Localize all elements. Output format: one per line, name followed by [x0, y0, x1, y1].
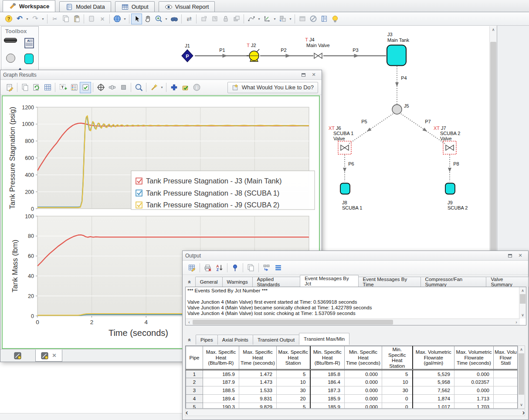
output-tab-event-messages-by-jct[interactable]: Event Messages By Jct [300, 275, 358, 287]
output-tab-general[interactable]: General [195, 277, 223, 287]
close-window-button[interactable]: ✕ [309, 71, 319, 79]
graph-gsend-button[interactable] [31, 82, 42, 93]
dropdown-caret-icon[interactable]: ▾ [164, 14, 169, 24]
graph-gslider-button[interactable] [106, 82, 118, 93]
graph-gedit-button[interactable] [4, 82, 15, 93]
close-graph-tab-icon[interactable]: ✕ [52, 352, 56, 359]
tank-tool-icon[interactable] [24, 54, 34, 64]
table-row[interactable]: 5190.39.8295185.90.00001,0171.703 [186, 403, 518, 409]
table-row[interactable]: 3188.51.53330187.30.000307,5620.000 [186, 386, 518, 395]
scroll-down-arrow-icon[interactable]: ∨ [518, 401, 525, 408]
graph-gmag-button[interactable] [133, 82, 144, 93]
pipe-tool-icon[interactable] [4, 38, 17, 43]
output-tab-applied-standards[interactable]: Applied Standards [252, 277, 300, 287]
layers-button[interactable] [277, 14, 288, 24]
output-osort-button[interactable]: AZ [214, 262, 225, 274]
overlap-button[interactable] [231, 14, 242, 24]
scroll-up-arrow-icon[interactable]: ∧ [518, 346, 525, 353]
cursor-button[interactable] [131, 14, 142, 24]
delete-button[interactable]: ✕ [97, 14, 108, 24]
column-header[interactable]: Max. Specific Heat Time (seconds) [239, 346, 277, 370]
copy-button[interactable] [60, 14, 71, 24]
graph-gwand-button[interactable] [148, 82, 159, 93]
graph-tab-2[interactable]: ✕ [35, 349, 62, 362]
dropdown-caret-icon[interactable]: ▾ [257, 14, 261, 24]
column-header[interactable]: Max. Volumetric Flowrate (gal/min) [413, 346, 454, 370]
output-opin-button[interactable] [229, 262, 241, 274]
graph-gsquare-button[interactable] [118, 82, 129, 93]
graph-results-titlebar[interactable]: Graph Results ✕ [0, 70, 322, 80]
find-button[interactable] [169, 14, 180, 24]
column-header[interactable]: Min. Specific Heat Station [382, 346, 413, 370]
graph-tab-1[interactable] [4, 349, 31, 362]
column-header[interactable]: Max. Volu Flowr Stati [494, 346, 518, 370]
output-tab-compressor-fan-summary[interactable]: Compressor/Fan Summary [420, 277, 487, 287]
messages-vertical-scrollbar[interactable]: ∧ ∨ [519, 287, 526, 318]
lock-button[interactable] [220, 14, 231, 24]
block-button[interactable] [308, 14, 319, 24]
collapse-panel-chevron-icon[interactable]: » [184, 335, 194, 345]
column-header[interactable]: Min. Specific Heat Time (seconds) [345, 346, 382, 370]
column-header[interactable]: Max. Specific Heat (Btu/lbm-R) [203, 346, 239, 370]
output-tab-event-messages-by-time[interactable]: Event Messages By Time [358, 277, 421, 287]
scrollbar-thumb[interactable] [490, 42, 496, 286]
tab-model-data[interactable]: Model Data [59, 1, 111, 12]
output-ogrid-button[interactable] [186, 262, 198, 274]
table-vertical-scrollbar[interactable]: ∧ ∨ [518, 345, 525, 409]
annotation-tool-icon[interactable]: A [24, 38, 34, 48]
collapse-panel-chevron-icon[interactable]: » [184, 277, 193, 287]
dropdown-caret-icon[interactable]: ▾ [272, 14, 277, 24]
column-header[interactable]: Max. Specific Heat Station [277, 346, 310, 370]
dropdown-caret-icon[interactable]: ▾ [122, 14, 127, 24]
tab-workspace[interactable]: Workspace [3, 0, 55, 12]
undo-button[interactable]: ↶ [14, 14, 25, 24]
graph-gcross-button[interactable] [95, 82, 106, 93]
legend-checkbox[interactable] [136, 190, 142, 196]
scroll-right-arrow-icon[interactable]: › [513, 319, 520, 325]
swap-button[interactable]: ⇄ [183, 14, 194, 24]
output-tab-transient-max-min[interactable]: Transient Max/Min [299, 333, 349, 345]
column-header[interactable]: Max. Volumetric Flowrate Time (seconds) [454, 346, 494, 370]
zoom-button[interactable] [153, 14, 164, 24]
scroll-up-arrow-icon[interactable]: ∧ [490, 26, 497, 33]
table-row[interactable]: 2187.91.47310186.40.000105,9580.02357 [186, 378, 518, 386]
column-header[interactable]: Pipe [186, 346, 203, 370]
duplicate-button[interactable] [86, 14, 97, 24]
output-tab-transient-output[interactable]: Transient Output [253, 335, 299, 345]
hand-button[interactable] [142, 14, 153, 24]
output-tab-warnings[interactable]: Warnings [222, 277, 253, 287]
redo-button[interactable]: ↷ [30, 14, 41, 24]
event-messages-panel[interactable]: *** Events Sorted By Jct Number *** Valv… [185, 287, 526, 325]
form-button[interactable] [297, 14, 308, 24]
column-header[interactable]: Min. Specific Heat (Btu/lbm-R) [310, 346, 345, 370]
output-titlebar[interactable]: Output ✕ [183, 251, 528, 261]
messages-horizontal-scrollbar[interactable]: ‹ › [186, 318, 520, 325]
output-oreorder-button[interactable] [261, 262, 272, 274]
scale-button[interactable] [261, 14, 272, 24]
output-tab-pipes[interactable]: Pipes [196, 335, 218, 345]
report-button[interactable] [319, 14, 329, 24]
graph-gcheck-button[interactable] [180, 82, 191, 93]
output-oprint-button[interactable] [202, 262, 214, 274]
dropdown-caret-icon[interactable]: ▾ [288, 14, 293, 24]
close-window-button[interactable]: ✕ [515, 252, 526, 260]
output-ocopy-button[interactable] [245, 262, 257, 274]
scroll-up-arrow-icon[interactable]: ∧ [519, 287, 526, 294]
dropdown-caret-icon[interactable]: ▾ [25, 14, 30, 24]
scroll-right-arrow-icon[interactable]: › [522, 409, 525, 417]
bulb-button[interactable] [329, 14, 340, 24]
what-would-you-like-to-do-button[interactable]: What Would You Like to Do? [227, 82, 318, 93]
globe-button[interactable] [112, 14, 122, 24]
polyline-button[interactable] [246, 14, 257, 24]
float-button[interactable] [198, 14, 209, 24]
legend-checkbox[interactable] [136, 202, 142, 208]
table-row[interactable]: 1185.91.4725185.80.00055,5290.000 [186, 370, 518, 378]
junction-tool-icon[interactable] [6, 54, 15, 63]
scroll-down-arrow-icon[interactable]: ∨ [519, 312, 526, 318]
graph-glist-button[interactable] [68, 82, 80, 93]
dock-button[interactable] [209, 14, 220, 24]
legend-checkbox[interactable] [136, 178, 142, 184]
cut-button[interactable]: ✂ [49, 14, 60, 24]
scroll-left-arrow-icon[interactable]: ‹ [186, 409, 188, 417]
restore-window-button[interactable] [505, 252, 515, 260]
